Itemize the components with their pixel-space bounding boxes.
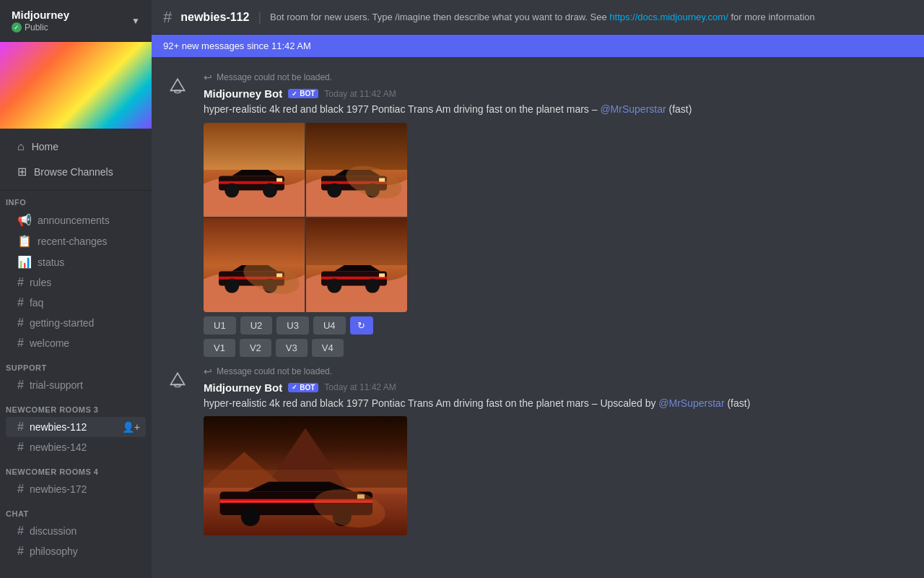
channel-announcements[interactable]: 📢 announcements — [6, 210, 146, 230]
section-support: SUPPORT # trial-support — [0, 356, 152, 398]
timestamp-1: Today at 11:42 AM — [324, 89, 396, 99]
single-image-1 — [204, 416, 407, 535]
upscale-2-button[interactable]: U2 — [240, 316, 273, 335]
grid-image-2 — [306, 123, 407, 217]
messages-area[interactable]: ↩ Message could not be loaded. Midjourne… — [152, 57, 924, 578]
channel-recent-changes[interactable]: 📋 recent-changes — [6, 230, 146, 251]
section-header-newcomer3: NEWCOMER ROOMS 3 — [0, 401, 152, 417]
sidebar-nav: ⌂ Home ⊞ Browse Channels — [0, 129, 152, 191]
verify-icon: ✓ — [292, 90, 297, 98]
reply-indicator-2: ↩ Message could not be loaded. — [204, 366, 912, 377]
grid-image-4 — [306, 218, 407, 312]
action-buttons-row1: U1 U2 U3 U4 ↻ — [204, 316, 912, 335]
reply-arrow-icon-2: ↩ — [204, 366, 212, 377]
channel-link[interactable]: https://docs.midjourney.com/ — [609, 12, 728, 22]
new-messages-bar: 92+ new messages since 11:42 AM — [152, 35, 924, 57]
variation-3-button[interactable]: V3 — [276, 339, 308, 357]
sidebar: Midjourney ✓ Public ▼ ⌂ Home ⊞ Browse Ch… — [0, 0, 152, 578]
mention-1: @MrSuperstar — [600, 103, 666, 115]
sidebar-item-browse-channels[interactable]: ⊞ Browse Channels — [6, 159, 146, 184]
action-buttons-row2: V1 V2 V3 V4 — [204, 339, 912, 357]
message-content-1: ↩ Message could not be loaded. Midjourne… — [204, 72, 912, 357]
sidebar-item-home[interactable]: ⌂ Home — [6, 134, 146, 159]
avatar-1 — [163, 72, 192, 100]
channel-icon-status: 📊 — [17, 255, 32, 269]
fast-tag-1: (fast) — [669, 103, 692, 115]
refresh-button[interactable]: ↻ — [350, 316, 373, 335]
channel-philosophy[interactable]: # philosophy — [6, 541, 146, 561]
channel-newbies-172[interactable]: # newbies-172 — [6, 479, 146, 499]
hash-icon-rules: # — [17, 276, 24, 289]
public-label: Public — [25, 22, 48, 33]
grid-image-3 — [204, 218, 305, 312]
verify-icon-2: ✓ — [292, 384, 297, 391]
avatar-2 — [163, 366, 192, 394]
channel-name: newbies-112 — [180, 11, 249, 24]
bot-badge-2: ✓ BOT — [288, 383, 318, 392]
channel-icon-recent: 📋 — [17, 234, 32, 248]
add-member-icon: 👤+ — [122, 421, 140, 433]
reply-text-1: Message could not be loaded. — [217, 72, 332, 82]
check-circle-icon: ✓ — [12, 22, 22, 33]
message-text-1: hyper-realistic 4k red and black 1977 Po… — [204, 103, 912, 117]
reply-arrow-icon: ↩ — [204, 72, 212, 83]
svg-point-0 — [166, 74, 189, 98]
hash-icon-welcome: # — [17, 337, 24, 350]
sender-name-1: Midjourney Bot — [204, 87, 282, 100]
upscale-3-button[interactable]: U3 — [276, 316, 309, 335]
refresh-icon: ↻ — [357, 320, 365, 331]
server-name: Midjourney — [12, 9, 69, 21]
bot-badge-1: ✓ BOT — [288, 89, 318, 98]
browse-icon: ⊞ — [17, 165, 27, 178]
hash-icon-discussion: # — [17, 525, 24, 538]
server-header[interactable]: Midjourney ✓ Public ▼ — [0, 0, 152, 42]
channel-faq[interactable]: # faq — [6, 293, 146, 313]
section-header-support: SUPPORT — [0, 359, 152, 375]
main-content: # newbies-112 | Bot room for new users. … — [152, 0, 924, 578]
message-group-2: ↩ Message could not be loaded. Midjourne… — [152, 363, 924, 539]
channel-description: Bot room for new users. Type /imagine th… — [270, 12, 815, 22]
message-header-2: Midjourney Bot ✓ BOT Today at 11:42 AM — [204, 381, 912, 394]
variation-2-button[interactable]: V2 — [240, 339, 271, 357]
section-info: INFO 📢 announcements 📋 recent-changes 📊 … — [0, 191, 152, 356]
hash-icon-getting-started: # — [17, 316, 24, 329]
hash-icon-newbies112: # — [17, 420, 24, 434]
bot-avatar-1 — [163, 72, 192, 100]
mention-2: @MrSuperstar — [658, 397, 724, 409]
variation-1-button[interactable]: V1 — [204, 339, 235, 357]
fast-tag-2: (fast) — [727, 397, 750, 409]
message-group-1: ↩ Message could not be loaded. Midjourne… — [152, 69, 924, 360]
timestamp-2: Today at 11:42 AM — [324, 382, 396, 392]
message-header-1: Midjourney Bot ✓ BOT Today at 11:42 AM — [204, 87, 912, 100]
channel-rules[interactable]: # rules — [6, 272, 146, 293]
channel-newbies-112[interactable]: # newbies-112 👤+ — [6, 417, 146, 437]
hash-icon-philosophy: # — [17, 545, 24, 558]
channel-trial-support[interactable]: # trial-support — [6, 375, 146, 395]
variation-4-button[interactable]: V4 — [312, 339, 344, 357]
svg-point-4 — [166, 368, 189, 392]
grid-image-1 — [204, 123, 305, 217]
channel-discussion[interactable]: # discussion — [6, 521, 146, 541]
section-header-newcomer4: NEWCOMER ROOMS 4 — [0, 463, 152, 479]
hash-icon-newbies172: # — [17, 483, 24, 496]
reply-text-2: Message could not be loaded. — [217, 366, 332, 376]
hash-icon-faq: # — [17, 296, 24, 309]
section-newcomer-3: NEWCOMER ROOMS 3 # newbies-112 👤+ # newb… — [0, 398, 152, 460]
section-chat: CHAT # discussion # philosophy — [0, 502, 152, 564]
reply-indicator-1: ↩ Message could not be loaded. — [204, 72, 912, 83]
bot-avatar-2 — [163, 366, 192, 394]
upscale-4-button[interactable]: U4 — [313, 316, 346, 335]
section-header-chat: CHAT — [0, 505, 152, 521]
channel-welcome[interactable]: # welcome — [6, 333, 146, 353]
channel-status[interactable]: 📊 status — [6, 251, 146, 272]
upscale-1-button[interactable]: U1 — [204, 316, 236, 335]
section-newcomer-4: NEWCOMER ROOMS 4 # newbies-172 — [0, 460, 152, 502]
message-content-2: ↩ Message could not be loaded. Midjourne… — [204, 366, 912, 536]
channel-getting-started[interactable]: # getting-started — [6, 313, 146, 333]
chevron-down-icon: ▼ — [131, 16, 140, 26]
hash-icon-newbies142: # — [17, 441, 24, 454]
header-separator: | — [258, 9, 261, 25]
channel-newbies-142[interactable]: # newbies-142 — [6, 437, 146, 457]
channel-header: # newbies-112 | Bot room for new users. … — [152, 0, 924, 35]
sender-name-2: Midjourney Bot — [204, 381, 282, 394]
